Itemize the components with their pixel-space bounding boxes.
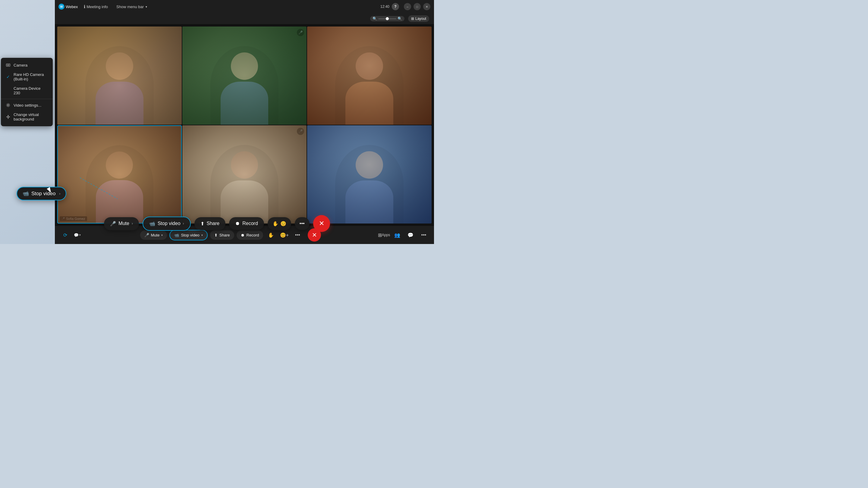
video-cell-1 bbox=[57, 27, 182, 125]
menu-item-video-settings[interactable]: Video settings... bbox=[1, 100, 53, 110]
show-menu-button[interactable]: Show menu bar ▾ bbox=[114, 3, 150, 10]
top-toolbar: 🔍 🔍 ⊞ Layout bbox=[55, 13, 434, 24]
person-shape-5 bbox=[210, 145, 279, 224]
window-controls: – □ ✕ bbox=[404, 3, 430, 10]
mute-button-zoom[interactable]: 🎤 Mute › bbox=[104, 217, 139, 230]
person-4 bbox=[58, 126, 181, 223]
mute-chevron-icon: ▾ bbox=[161, 233, 163, 237]
check-mark: ✓ bbox=[6, 74, 10, 79]
video-bg-6 bbox=[307, 125, 432, 224]
chevron-down-icon: ▾ bbox=[146, 5, 147, 8]
gear-icon bbox=[6, 103, 10, 107]
change-bg-label: Change virtual background bbox=[13, 112, 48, 121]
camera-label: Camera bbox=[13, 63, 27, 67]
person-head-6 bbox=[355, 151, 383, 178]
person-shape-6 bbox=[335, 145, 404, 224]
stop-video-label: Stop video bbox=[181, 233, 199, 237]
record-zoom-icon: ⏺ bbox=[235, 221, 240, 226]
sparkle-icon bbox=[6, 115, 10, 119]
record-icon: ⏺ bbox=[241, 233, 245, 237]
meeting-info-button[interactable]: ℹ Meeting info bbox=[82, 3, 110, 10]
emoji-icon: 😊 bbox=[280, 221, 286, 227]
share-label: Share bbox=[219, 233, 230, 237]
video-cell-5: 🎤 bbox=[182, 125, 307, 224]
record-label: Record bbox=[247, 233, 259, 237]
person-shape-2 bbox=[210, 46, 279, 125]
person-body-3 bbox=[345, 82, 393, 125]
apps-icon: ⊞ bbox=[378, 232, 382, 238]
record-button-zoom[interactable]: ⏺ Record bbox=[229, 217, 264, 230]
svg-point-2 bbox=[7, 104, 9, 106]
title-bar: W Webex ℹ Meeting info Show menu bar ▾ 1… bbox=[55, 0, 434, 13]
chat-icon: 💬 bbox=[74, 233, 79, 237]
menu-item-change-bg[interactable]: Change virtual background bbox=[1, 110, 53, 124]
person-shape-3 bbox=[335, 46, 404, 125]
close-button[interactable]: ✕ bbox=[423, 3, 430, 10]
hand-emoji-zoom-button[interactable]: ✋ 😊 bbox=[268, 217, 291, 230]
stop-video-overlay: 📹 Stop video › bbox=[17, 187, 66, 200]
person-shape-1 bbox=[85, 46, 154, 125]
video-cell-4: 🎤 Sofia Gomez bbox=[57, 125, 182, 224]
meeting-window: W Webex ℹ Meeting info Show menu bar ▾ 1… bbox=[55, 0, 434, 244]
share-button-zoom[interactable]: ⬆ Share bbox=[194, 217, 226, 230]
person-head-1 bbox=[106, 53, 133, 80]
zoom-in-icon: 🔍 bbox=[398, 17, 402, 21]
bottom-zoom-bar: 🎤 Mute › 📹 Stop video › ⬆ Share ⏺ Record… bbox=[15, 215, 419, 232]
video-settings-label: Video settings... bbox=[13, 103, 41, 107]
webex-label: Webex bbox=[66, 4, 78, 9]
help-button[interactable]: ? bbox=[392, 3, 399, 10]
mute-indicator-5: 🎤 bbox=[297, 128, 304, 135]
person-1 bbox=[57, 27, 182, 125]
zoom-control[interactable]: 🔍 🔍 bbox=[370, 16, 404, 22]
stop-video-button-large[interactable]: 📹 Stop video › bbox=[17, 187, 66, 200]
context-menu: Camera ✓ Rare HD Camera (Built-in) Camer… bbox=[1, 58, 53, 126]
camera-device-label: Camera Device 230 bbox=[13, 86, 48, 95]
mute-zoom-chevron: › bbox=[132, 221, 133, 226]
svg-rect-0 bbox=[6, 64, 10, 66]
video-cell-3 bbox=[307, 27, 432, 125]
video-grid: 🎤 bbox=[55, 24, 434, 226]
stop-video-button-zoom[interactable]: 📹 Stop video › bbox=[143, 217, 191, 231]
time-display: 12:40 bbox=[380, 4, 390, 9]
menu-item-camera-device[interactable]: Camera Device 230 bbox=[1, 84, 53, 98]
maximize-button[interactable]: □ bbox=[413, 3, 421, 10]
mute-indicator-2: 🎤 bbox=[297, 29, 304, 36]
menu-divider-1 bbox=[1, 99, 53, 99]
toolbar-more-button[interactable]: ••• bbox=[418, 230, 429, 240]
minimize-button[interactable]: – bbox=[404, 3, 411, 10]
show-menu-label: Show menu bar bbox=[116, 4, 144, 9]
zoom-slider-thumb bbox=[386, 17, 389, 20]
layout-button[interactable]: ⊞ Layout bbox=[408, 15, 429, 22]
video-cell-2: 🎤 bbox=[182, 27, 307, 125]
meeting-info-label: Meeting info bbox=[87, 4, 108, 9]
more-zoom-icon: ••• bbox=[300, 221, 305, 226]
mic-icon: 🎤 bbox=[144, 233, 149, 237]
more-zoom-button[interactable]: ••• bbox=[295, 217, 310, 230]
menu-item-builtin-camera[interactable]: ✓ Rare HD Camera (Built-in) bbox=[1, 70, 53, 84]
stop-video-zoom-chevron: › bbox=[183, 221, 184, 226]
person-head-3 bbox=[355, 53, 383, 80]
video-bg-4: 🎤 Sofia Gomez bbox=[58, 126, 181, 223]
person-body-1 bbox=[96, 82, 144, 125]
title-bar-left: W Webex ℹ Meeting info Show menu bar ▾ bbox=[59, 3, 150, 10]
video-bg-5: 🎤 bbox=[182, 125, 307, 224]
video-cell-6 bbox=[307, 125, 432, 224]
person-head-2 bbox=[231, 53, 258, 80]
end-call-zoom-button[interactable]: ✕ bbox=[313, 215, 330, 232]
person-2 bbox=[182, 27, 307, 125]
person-6 bbox=[307, 125, 432, 224]
share-icon: ⬆ bbox=[214, 233, 218, 237]
person-3 bbox=[307, 27, 432, 125]
chevron-reaction-icon: ▾ bbox=[79, 233, 81, 236]
zoom-slider[interactable] bbox=[378, 19, 396, 19]
video-cam-icon: 📹 bbox=[23, 190, 29, 197]
hand-icon: ✋ bbox=[273, 221, 278, 227]
video-icon: 📹 bbox=[174, 233, 179, 237]
svg-point-1 bbox=[7, 64, 9, 66]
share-zoom-icon: ⬆ bbox=[200, 221, 204, 227]
mute-zoom-label: Mute bbox=[119, 221, 129, 226]
person-head-5 bbox=[231, 151, 258, 178]
camera-section-icon bbox=[6, 63, 10, 67]
person-body-2 bbox=[221, 82, 269, 125]
webex-logo-icon: W bbox=[59, 4, 64, 10]
